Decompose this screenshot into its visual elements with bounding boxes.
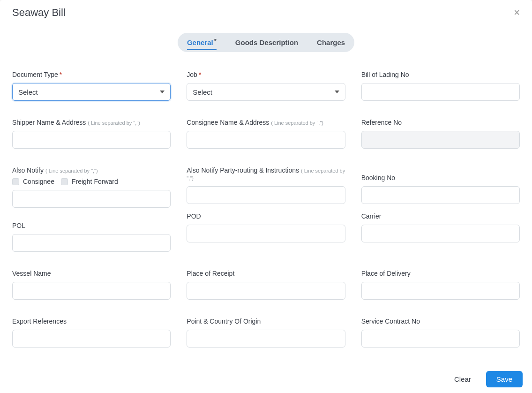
label-bol-no: Bill of Lading No xyxy=(361,71,520,78)
tab-charges[interactable]: Charges xyxy=(307,33,354,52)
select-job-value: Select xyxy=(193,88,212,96)
field-export-refs: Export References xyxy=(12,317,171,348)
label-pod: POD xyxy=(187,212,345,220)
close-button[interactable]: × xyxy=(510,5,524,21)
field-booking-no: Booking No xyxy=(361,166,520,204)
input-vessel-name[interactable] xyxy=(12,282,171,300)
tab-goods-description[interactable]: Goods Description xyxy=(226,33,307,52)
field-service-contract: Service Contract No xyxy=(361,317,520,348)
modal-title: Seaway Bill xyxy=(12,7,66,19)
close-icon: × xyxy=(514,7,520,18)
field-also-notify: Also Notify( Line separated by ",") Cons… xyxy=(12,166,171,212)
checkbox-box-icon xyxy=(12,178,19,185)
label-consignee-addr: Consignee Name & Address( Line separated… xyxy=(187,119,345,126)
modal-header: Seaway Bill × xyxy=(0,0,532,21)
chevron-down-icon xyxy=(335,91,339,93)
label-also-notify-party: Also Notify Party-routing & Instructions… xyxy=(187,166,345,181)
field-pol: POL xyxy=(12,222,171,252)
select-document-type-value: Select xyxy=(18,88,38,96)
input-also-notify[interactable] xyxy=(12,190,171,208)
input-consignee-addr[interactable] xyxy=(187,131,345,149)
also-notify-checkboxes: Consignee Freight Forward xyxy=(12,178,171,185)
select-document-type[interactable]: Select xyxy=(12,83,171,101)
input-service-contract[interactable] xyxy=(361,330,520,348)
field-pod: POD xyxy=(187,212,345,252)
required-icon: * xyxy=(60,71,62,78)
field-place-receipt: Place of Receipt xyxy=(187,270,345,300)
input-place-delivery[interactable] xyxy=(361,282,520,300)
field-bol-no: Bill of Lading No xyxy=(361,71,520,101)
input-carrier[interactable] xyxy=(361,225,520,242)
label-carrier: Carrier xyxy=(361,212,520,220)
label-reference-no: Reference No xyxy=(361,119,520,126)
field-also-notify-party: Also Notify Party-routing & Instructions… xyxy=(187,166,345,204)
input-reference-no xyxy=(361,131,520,149)
tab-charges-label: Charges xyxy=(317,38,345,46)
field-vessel-name: Vessel Name xyxy=(12,270,171,300)
checkbox-box-icon xyxy=(61,178,68,185)
field-reference-no: Reference No xyxy=(361,119,520,149)
label-vessel-name: Vessel Name xyxy=(12,270,171,277)
label-also-notify: Also Notify( Line separated by ",") xyxy=(12,166,171,174)
label-point-origin: Point & Country Of Origin xyxy=(187,317,345,325)
input-point-origin[interactable] xyxy=(187,330,345,348)
field-consignee-addr: Consignee Name & Address( Line separated… xyxy=(187,119,345,149)
label-service-contract: Service Contract No xyxy=(361,317,520,325)
seaway-bill-modal: Seaway Bill × General* Goods Description… xyxy=(0,0,532,393)
checkbox-freight-forward-label: Freight Forward xyxy=(72,178,118,185)
hint-line-sep: ( Line separated by ",") xyxy=(45,168,98,174)
field-place-delivery: Place of Delivery xyxy=(361,270,520,300)
checkbox-freight-forward[interactable]: Freight Forward xyxy=(61,178,118,185)
modal-footer: Clear Save xyxy=(0,365,532,393)
label-export-refs: Export References xyxy=(12,317,171,325)
checkbox-consignee[interactable]: Consignee xyxy=(12,178,54,185)
clear-button[interactable]: Clear xyxy=(450,372,476,386)
label-document-type: Document Type* xyxy=(12,71,171,78)
field-document-type: Document Type* Select xyxy=(12,71,171,101)
label-shipper: Shipper Name & Address( Line separated b… xyxy=(12,119,171,126)
save-button[interactable]: Save xyxy=(486,371,523,387)
input-pod[interactable] xyxy=(187,225,345,242)
label-pol: POL xyxy=(12,222,171,229)
label-place-delivery: Place of Delivery xyxy=(361,270,520,277)
tab-general-label: General xyxy=(187,38,213,46)
input-place-receipt[interactable] xyxy=(187,282,345,300)
input-bol-no[interactable] xyxy=(361,83,520,101)
input-booking-no[interactable] xyxy=(361,186,520,204)
label-booking-no: Booking No xyxy=(361,174,520,181)
field-shipper: Shipper Name & Address( Line separated b… xyxy=(12,119,171,149)
hint-line-sep: ( Line separated by ",") xyxy=(88,120,140,126)
form-grid: Document Type* Select Job* Select Bill o… xyxy=(12,71,520,367)
label-place-receipt: Place of Receipt xyxy=(187,270,345,277)
label-job: Job* xyxy=(187,71,345,78)
hint-line-sep: ( Line separated by ",") xyxy=(271,120,323,126)
required-asterisk-icon: * xyxy=(214,38,217,45)
checkbox-consignee-label: Consignee xyxy=(23,178,54,185)
field-job: Job* Select xyxy=(187,71,345,101)
chevron-down-icon xyxy=(160,91,165,93)
tab-general[interactable]: General* xyxy=(178,33,226,52)
field-carrier: Carrier xyxy=(361,212,520,252)
field-point-origin: Point & Country Of Origin xyxy=(187,317,345,348)
modal-body[interactable]: General* Goods Description Charges Docum… xyxy=(0,21,532,367)
tab-goods-label: Goods Description xyxy=(235,38,298,46)
select-job[interactable]: Select xyxy=(187,83,345,101)
input-shipper[interactable] xyxy=(12,131,171,149)
input-pol[interactable] xyxy=(12,234,171,252)
required-icon: * xyxy=(199,71,201,78)
input-also-notify-party[interactable] xyxy=(187,186,345,204)
input-export-refs[interactable] xyxy=(12,330,171,348)
tabs-container: General* Goods Description Charges xyxy=(12,33,520,52)
tabs: General* Goods Description Charges xyxy=(178,33,354,52)
